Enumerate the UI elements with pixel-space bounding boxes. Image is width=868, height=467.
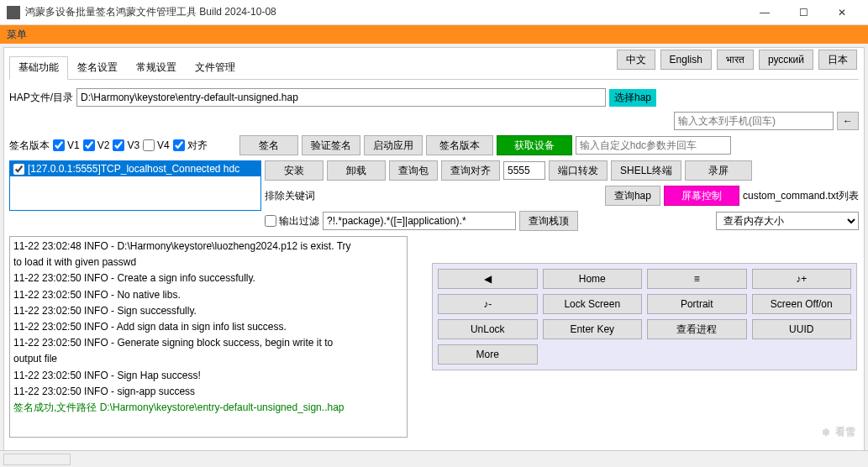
query-align-button[interactable]: 查询对齐 <box>441 160 500 181</box>
menubar: 菜单 <box>0 25 868 44</box>
menu-item[interactable]: 菜单 <box>7 28 27 42</box>
log-output[interactable]: 11-22 23:02:48 INFO - D:\Harmony\keystor… <box>9 236 408 438</box>
v3-checkbox[interactable]: V3 <box>113 139 139 151</box>
titlebar: 鸿蒙多设备批量签名鸿蒙文件管理工具 Build 2024-10-08 — ☐ ✕ <box>0 0 868 25</box>
sign-version-button[interactable]: 签名版本 <box>426 135 493 155</box>
portrait-button[interactable]: Portrait <box>647 294 747 314</box>
launch-app-button[interactable]: 启动应用 <box>364 135 423 155</box>
close-button[interactable]: ✕ <box>823 0 861 25</box>
sign-version-label: 签名版本 <box>9 139 50 153</box>
phone-text-input[interactable] <box>674 112 834 130</box>
align-checkbox[interactable]: 对齐 <box>173 139 208 153</box>
device-item-label: [127.0.0.1:5555]TCP_localhost_Connected … <box>28 163 239 175</box>
verify-sign-button[interactable]: 验证签名 <box>302 135 360 155</box>
screen-control-button[interactable]: 屏幕控制 <box>664 186 739 206</box>
unlock-button[interactable]: UnLock <box>438 319 538 339</box>
statusbar <box>0 450 868 467</box>
main-panel: 中文 English भारत русский 日本 基础功能 签名设置 常规设… <box>3 47 865 460</box>
enter-key-button[interactable]: Enter Key <box>543 319 643 339</box>
uninstall-button[interactable]: 卸载 <box>327 160 386 181</box>
filter-pattern-input[interactable] <box>323 212 516 230</box>
hdc-params-input[interactable] <box>576 136 731 155</box>
vol-up-button[interactable]: ♪+ <box>752 269 852 289</box>
tab-file-mgmt[interactable]: 文件管理 <box>186 56 245 79</box>
tab-basic[interactable]: 基础功能 <box>9 56 68 80</box>
device-checkbox[interactable] <box>13 164 24 175</box>
more-button[interactable]: More <box>438 344 538 365</box>
screen-off-button[interactable]: Screen Off/on <box>752 294 852 314</box>
vol-down-button[interactable]: ♪- <box>438 294 538 314</box>
status-grip <box>3 454 71 465</box>
control-panel: ◀ Home ≡ ♪+ ♪- Lock Screen Portrait Scre… <box>432 263 857 370</box>
minimize-button[interactable]: — <box>745 0 784 25</box>
select-hap-button[interactable]: 选择hap <box>609 89 656 107</box>
device-list[interactable]: [127.0.0.1:5555]TCP_localhost_Connected … <box>9 160 261 211</box>
lang-zh-button[interactable]: 中文 <box>617 50 655 70</box>
install-button[interactable]: 安装 <box>265 160 324 181</box>
get-device-button[interactable]: 获取设备 <box>497 135 572 155</box>
language-row: 中文 English भारत русский 日本 <box>617 50 857 70</box>
window-title: 鸿蒙多设备批量签名鸿蒙文件管理工具 Build 2024-10-08 <box>25 5 745 19</box>
uuid-button[interactable]: UUID <box>752 319 852 339</box>
lock-screen-button[interactable]: Lock Screen <box>543 294 643 314</box>
shell-button[interactable]: SHELL终端 <box>611 160 681 181</box>
device-item[interactable]: [127.0.0.1:5555]TCP_localhost_Connected … <box>10 161 260 176</box>
back-button[interactable]: ◀ <box>438 269 538 289</box>
v2-checkbox[interactable]: V2 <box>83 139 110 151</box>
port-input[interactable] <box>503 161 545 180</box>
home-button[interactable]: Home <box>543 269 643 289</box>
lang-ru-button[interactable]: русский <box>759 50 813 70</box>
menu-button[interactable]: ≡ <box>647 269 747 289</box>
hap-label: HAP文件/目录 <box>9 91 73 105</box>
record-button[interactable]: 录屏 <box>685 160 752 181</box>
hap-path-input[interactable] <box>76 88 606 107</box>
tab-general[interactable]: 常规设置 <box>127 56 186 79</box>
exclude-keyword-label: 排除关键词 <box>265 189 315 203</box>
query-pkg-button[interactable]: 查询包 <box>389 160 438 181</box>
v4-checkbox[interactable]: V4 <box>143 139 170 151</box>
port-forward-button[interactable]: 端口转发 <box>549 160 608 181</box>
v1-checkbox[interactable]: V1 <box>53 139 80 151</box>
tab-sign-settings[interactable]: 签名设置 <box>68 56 127 79</box>
lang-jp-button[interactable]: 日本 <box>818 50 857 70</box>
lang-in-button[interactable]: भारत <box>717 50 754 70</box>
query-hap-button[interactable]: 查询hap <box>605 186 660 206</box>
lang-en-button[interactable]: English <box>660 50 712 70</box>
query-stack-button[interactable]: 查询栈顶 <box>519 211 578 231</box>
cmd-list-label: custom_command.txt列表 <box>743 189 859 203</box>
memsize-select[interactable]: 查看内存大小 <box>716 212 859 230</box>
app-icon <box>7 6 20 19</box>
output-filter-checkbox[interactable]: 输出过滤 <box>265 214 319 228</box>
maximize-button[interactable]: ☐ <box>784 0 823 25</box>
back-arrow-button[interactable]: ← <box>837 112 859 130</box>
sign-button[interactable]: 签名 <box>239 135 298 155</box>
view-process-button[interactable]: 查看进程 <box>647 319 747 339</box>
